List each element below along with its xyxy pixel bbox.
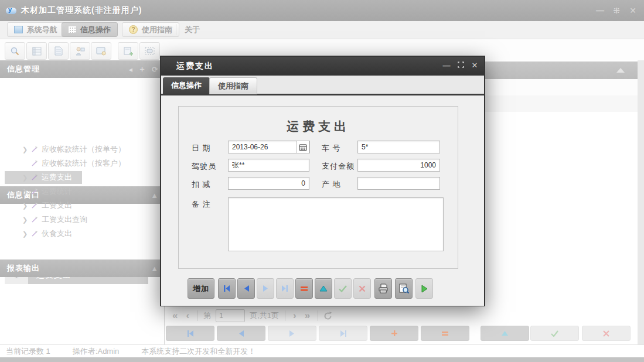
tab-info-ops[interactable]: 信息操作 bbox=[62, 22, 118, 37]
panel-icon bbox=[14, 26, 23, 33]
window-add-button[interactable] bbox=[118, 42, 138, 60]
tree-item-receivable-by-order[interactable]: ❯ 应收帐款统计（按单号） bbox=[0, 142, 165, 156]
form-fieldset: 运费支出 日 期 车 号 驾驶员 支付金额 扣 减 产 地 备 注 bbox=[178, 106, 458, 269]
document-view-button[interactable] bbox=[48, 42, 69, 60]
confirm-button[interactable] bbox=[334, 278, 352, 299]
user-window-button[interactable] bbox=[70, 42, 90, 60]
collapse-left-icon[interactable]: ◂ bbox=[129, 65, 134, 74]
page-prev-icon[interactable]: ‹ bbox=[182, 310, 193, 322]
x-icon bbox=[359, 285, 366, 292]
edit-record-button[interactable] bbox=[315, 278, 332, 299]
dialog-button-bar: 增加 bbox=[161, 268, 484, 303]
page-number-input[interactable] bbox=[216, 309, 245, 322]
tree-item-receivable-by-customer[interactable]: ❯ 应收帐款统计（按客户） bbox=[0, 156, 165, 170]
plate-label: 车 号 bbox=[322, 143, 341, 153]
page-last-icon[interactable]: » bbox=[301, 310, 314, 322]
print-preview-icon bbox=[398, 284, 409, 293]
nav-prev-button[interactable] bbox=[217, 326, 265, 341]
dialog-close-icon[interactable]: ✕ bbox=[470, 61, 479, 70]
dialog-tab-info-ops[interactable]: 信息操作 bbox=[163, 77, 210, 94]
cancel-button[interactable] bbox=[582, 326, 631, 341]
next-icon bbox=[263, 285, 269, 292]
prev-icon bbox=[243, 285, 250, 292]
tool-icon bbox=[30, 188, 39, 196]
edit-record-button[interactable] bbox=[481, 326, 529, 341]
frame-icon bbox=[145, 47, 155, 55]
confirm-button[interactable] bbox=[530, 326, 579, 341]
tree-item-freight-expense[interactable]: ❯ 运费支出 bbox=[0, 170, 165, 185]
first-record-button[interactable] bbox=[218, 278, 236, 299]
nav-first-button[interactable] bbox=[166, 326, 214, 341]
amount-label: 支付金额 bbox=[322, 161, 355, 172]
dialog-minimize-icon[interactable]: — bbox=[442, 61, 451, 70]
operator-text: 操作者:Admin bbox=[73, 346, 119, 357]
tab-system-nav[interactable]: 系统导航 bbox=[7, 22, 64, 37]
dialog-maximize-icon[interactable] bbox=[456, 61, 465, 70]
window-frame-button[interactable] bbox=[139, 42, 160, 60]
add-icon[interactable]: ＋ bbox=[138, 64, 146, 74]
check-icon bbox=[339, 285, 347, 292]
collapse-up-icon[interactable] bbox=[616, 68, 625, 73]
last-record-button[interactable] bbox=[276, 278, 294, 299]
cancel-button[interactable] bbox=[353, 278, 371, 299]
first-icon bbox=[223, 285, 230, 292]
dialog-tab-guide[interactable]: 使用指南 bbox=[209, 77, 257, 94]
chevron-right-icon: ❯ bbox=[22, 216, 29, 224]
form-title: 运费支出 bbox=[179, 118, 458, 135]
next-icon bbox=[289, 330, 295, 337]
restore-icon[interactable]: ⁜ bbox=[611, 5, 622, 16]
table-view-button[interactable] bbox=[26, 42, 47, 60]
search-button[interactable] bbox=[5, 42, 25, 60]
tab-guide[interactable]: ? 使用指南 bbox=[122, 22, 179, 37]
plate-input[interactable] bbox=[357, 141, 440, 153]
next-record-button[interactable] bbox=[257, 278, 274, 299]
tool-icon bbox=[30, 146, 39, 153]
nav-last-button[interactable] bbox=[319, 326, 367, 341]
amount-input[interactable] bbox=[357, 159, 440, 172]
page-first-icon[interactable]: « bbox=[168, 310, 182, 322]
deduct-label: 扣 减 bbox=[192, 179, 211, 190]
print-button[interactable] bbox=[374, 278, 392, 299]
origin-label: 产 地 bbox=[322, 179, 341, 190]
tree-item-meal-expense[interactable]: ❯ 伙食支出 bbox=[0, 227, 165, 241]
add-button[interactable]: 增加 bbox=[188, 278, 214, 299]
status-message: 本系统支持二次开发和全新开发！ bbox=[141, 346, 255, 357]
collapse-up-icon[interactable]: ▲ bbox=[151, 264, 159, 273]
origin-input[interactable] bbox=[357, 177, 440, 190]
prev-icon bbox=[238, 330, 244, 337]
window-preview-button[interactable] bbox=[91, 42, 111, 60]
app-window: y 木材加工管理系统(非注册用户) — ⁜ ✕ 系统导航 信息操作 ? 使用指南… bbox=[0, 0, 644, 362]
close-icon[interactable]: ✕ bbox=[628, 5, 638, 16]
deduct-input[interactable] bbox=[228, 177, 309, 190]
collapse-up-icon[interactable]: ▲ bbox=[151, 191, 159, 200]
minimize-icon[interactable]: — bbox=[595, 5, 605, 16]
prev-record-button[interactable] bbox=[237, 278, 255, 299]
print-preview-button[interactable] bbox=[395, 278, 413, 299]
document-icon bbox=[54, 46, 63, 56]
refresh-icon[interactable] bbox=[323, 311, 333, 321]
calendar-icon bbox=[299, 144, 307, 151]
equals-icon bbox=[441, 331, 449, 336]
remove-record-button[interactable] bbox=[421, 326, 469, 341]
tool-icon bbox=[30, 174, 39, 182]
record-count-text: 当前记录数 1 bbox=[6, 346, 50, 357]
driver-input[interactable] bbox=[228, 159, 309, 172]
remove-record-button[interactable] bbox=[295, 278, 313, 299]
tab-about[interactable]: 关于 bbox=[178, 22, 206, 37]
remark-textarea[interactable] bbox=[228, 197, 444, 251]
refresh-icon[interactable]: ⟳ bbox=[152, 65, 159, 74]
nav-next-button[interactable] bbox=[268, 326, 316, 341]
plus-icon bbox=[391, 330, 398, 337]
page-next-icon[interactable]: › bbox=[289, 310, 301, 322]
calendar-button[interactable] bbox=[297, 141, 309, 153]
dialog-titlebar[interactable]: 运费支出 — ✕ bbox=[161, 57, 484, 76]
play-icon bbox=[421, 285, 428, 293]
run-button[interactable] bbox=[415, 278, 433, 299]
help-icon: ? bbox=[129, 25, 138, 34]
scrollbar[interactable] bbox=[638, 60, 644, 344]
remark-label: 备 注 bbox=[192, 199, 211, 210]
window-titlebar: y 木材加工管理系统(非注册用户) — ⁜ ✕ bbox=[0, 0, 644, 21]
add-record-button[interactable] bbox=[370, 326, 418, 341]
chevron-right-icon: ❯ bbox=[22, 146, 29, 153]
tree-item-wage-query[interactable]: ❯ 工资支出查询 bbox=[0, 213, 165, 227]
